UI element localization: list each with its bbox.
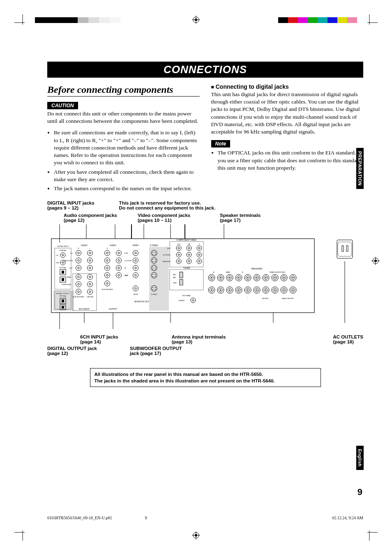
list-item: The OPTICAL jacks on this unit conform t… xyxy=(218,149,364,172)
register-mark-top xyxy=(192,16,200,24)
svg-text:MONITOR: MONITOR xyxy=(163,260,171,263)
svg-text:OPTICAL: OPTICAL xyxy=(59,295,67,297)
svg-point-134 xyxy=(192,299,194,301)
svg-text:R: R xyxy=(107,247,108,249)
svg-point-97 xyxy=(152,252,153,253)
svg-text:PB: PB xyxy=(188,243,190,245)
svg-rect-149 xyxy=(337,240,353,258)
instruction-list: Be sure all connections are made correct… xyxy=(47,129,200,192)
svg-point-103 xyxy=(155,287,156,288)
svg-text:S VIDEO: S VIDEO xyxy=(150,244,158,246)
svg-text:DVD: DVD xyxy=(167,247,171,249)
svg-text:75Ω UNBAL.: 75Ω UNBAL. xyxy=(182,295,191,297)
svg-text:CENTER: CENTER xyxy=(87,296,94,298)
svg-text:D-TV/CBL: D-TV/CBL xyxy=(163,254,171,256)
svg-text:+: + xyxy=(211,297,212,299)
svg-rect-151 xyxy=(346,246,348,251)
svg-text:CD: CD xyxy=(56,254,58,256)
svg-text:SURROUND: SURROUND xyxy=(62,283,71,286)
svg-text:–: – xyxy=(229,297,231,299)
svg-text:AM: AM xyxy=(173,274,175,276)
svg-rect-66 xyxy=(73,274,97,311)
side-tab-english: English xyxy=(356,446,364,470)
note-label: Note xyxy=(211,140,231,147)
register-mark-left xyxy=(12,257,21,265)
label-subwoofer-output: SUBWOOFER OUTPUTjack (page 17) xyxy=(130,346,182,356)
svg-point-102 xyxy=(152,287,153,288)
svg-text:FM ANT: FM ANT xyxy=(179,299,185,302)
svg-text:OUT: OUT xyxy=(69,267,73,269)
register-mark-right xyxy=(371,257,380,265)
svg-point-15 xyxy=(195,534,197,537)
svg-text:DVD: DVD xyxy=(56,262,60,264)
right-text: This unit has digital jacks for direct t… xyxy=(211,91,364,136)
svg-point-100 xyxy=(155,254,156,255)
svg-text:R: R xyxy=(78,247,79,249)
footer: 0103HTR5650/5640_09-18_EN-U.p65 9 02.12.… xyxy=(47,516,363,520)
svg-text:REAR CENTER: REAR CENTER xyxy=(282,297,294,299)
label-6ch-input: 6CH INPUT jacks(page 14) xyxy=(80,334,118,344)
svg-text:SPEAKERS: SPEAKERS xyxy=(251,267,263,270)
svg-text:VCR: VCR xyxy=(125,274,128,276)
svg-text:IN: IN xyxy=(125,267,126,269)
svg-rect-48 xyxy=(62,278,64,281)
note-list: The OPTICAL jacks on this unit conform t… xyxy=(211,149,364,172)
label-ac-outlets: AC OUTLETS(page 18) xyxy=(333,334,363,344)
svg-point-143 xyxy=(211,277,212,279)
svg-text:6CH INPUT: 6CH INPUT xyxy=(79,308,90,310)
svg-rect-46 xyxy=(62,271,64,274)
svg-rect-55 xyxy=(62,306,64,309)
list-item: The jack names correspond to the names o… xyxy=(54,185,200,192)
svg-point-112 xyxy=(176,246,181,251)
svg-text:MONITOR OUT: MONITOR OUT xyxy=(134,300,149,303)
svg-point-99 xyxy=(152,254,153,255)
page: PREPARATION English CONNECTIONS Before c… xyxy=(0,0,392,555)
svg-rect-53 xyxy=(62,299,64,302)
left-column: Before connecting components CAUTION Do … xyxy=(47,83,200,196)
svg-text:L: L xyxy=(90,247,91,249)
svg-point-23 xyxy=(374,260,377,262)
svg-rect-117 xyxy=(170,269,203,290)
svg-point-91 xyxy=(133,286,138,291)
svg-point-84 xyxy=(106,283,108,284)
svg-text:REAR (SURROUND): REAR (SURROUND) xyxy=(270,271,286,273)
svg-point-75 xyxy=(105,251,110,256)
svg-point-105 xyxy=(155,289,156,290)
label-factory-jack: This jack is reserved for factory use. D… xyxy=(119,200,216,210)
svg-text:D-TV/CBL: D-TV/CBL xyxy=(125,260,132,262)
page-title: CONNECTIONS xyxy=(47,62,363,78)
color-bar-right xyxy=(278,17,357,23)
list-item: After you have completed all connections… xyxy=(54,168,200,183)
svg-point-39 xyxy=(62,254,64,256)
label-digital-input: DIGITAL INPUT jacks (pages 9 – 12) xyxy=(47,200,95,210)
svg-text:AUDIO: AUDIO xyxy=(81,244,88,246)
svg-text:B: B xyxy=(242,271,243,273)
right-column: ■Connecting to digital jacks This unit h… xyxy=(211,83,364,196)
crop-mark-top-left xyxy=(14,14,31,31)
svg-text:DIGITAL OUTPUT: DIGITAL OUTPUT xyxy=(56,292,70,295)
subsection-heading: ■Connecting to digital jacks xyxy=(211,83,364,90)
svg-point-89 xyxy=(133,251,138,256)
register-mark-bottom xyxy=(192,531,200,539)
color-bar-left xyxy=(35,17,120,23)
svg-text:TUNER: TUNER xyxy=(183,267,190,269)
list-item: Be sure all connections are made correct… xyxy=(54,129,200,166)
svg-point-61 xyxy=(88,251,93,256)
svg-point-59 xyxy=(76,251,81,256)
svg-text:DVD: DVD xyxy=(125,252,128,254)
svg-text:L: L xyxy=(118,247,120,249)
svg-point-38 xyxy=(60,253,65,258)
svg-rect-150 xyxy=(342,246,344,251)
svg-text:MAIN: MAIN xyxy=(226,271,230,273)
crop-mark-top-right xyxy=(361,14,378,31)
svg-point-60 xyxy=(78,252,79,254)
svg-point-90 xyxy=(135,252,136,254)
svg-text:CENTER: CENTER xyxy=(262,297,269,299)
svg-text:OUTPUT: OUTPUT xyxy=(109,308,118,310)
label-digital-output: DIGITAL OUTPUT jack(page 12) xyxy=(47,346,97,356)
footer-page: 9 xyxy=(145,516,147,520)
side-tab-preparation: PREPARATION xyxy=(356,148,364,189)
svg-text:DIGITAL INPUT: DIGITAL INPUT xyxy=(57,245,69,247)
svg-point-62 xyxy=(89,252,91,254)
section-heading: Before connecting components xyxy=(47,84,200,97)
